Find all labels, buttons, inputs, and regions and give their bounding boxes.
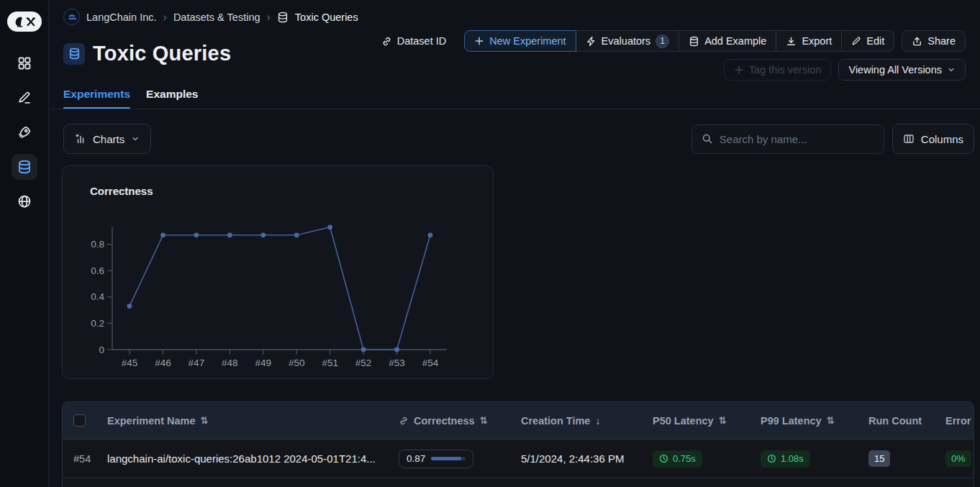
chevron-down-icon (131, 135, 140, 143)
page-title: Toxic Queries (93, 42, 231, 65)
toolbar-right: Columns (691, 124, 974, 154)
new-experiment-button[interactable]: New Experiment (464, 30, 576, 52)
breadcrumb-section[interactable]: Datasets & Testing (173, 12, 260, 23)
correctness-cell: 0.87 (389, 440, 512, 478)
lightning-icon (586, 36, 596, 47)
sort-icon[interactable]: ⇅ (827, 415, 835, 426)
sidebar-item-dashboard[interactable] (12, 50, 37, 76)
column-header-creation-time[interactable]: Creation Time ↓ (512, 402, 643, 439)
experiments-table: Experiment Name ⇅ Correctness ⇅ Creation… (62, 401, 974, 487)
search-icon (702, 133, 713, 145)
breadcrumb-current[interactable]: Toxic Queries (295, 12, 358, 23)
chevron-right-icon: › (163, 12, 167, 23)
correctness-badge: 0.87 (399, 450, 473, 468)
add-example-button[interactable]: Add Example (679, 30, 776, 52)
action-button-group: New Experiment Evaluators 1 Add Example (464, 30, 894, 52)
sort-icon[interactable]: ⇅ (201, 415, 209, 426)
edit-button[interactable]: Edit (842, 30, 894, 52)
chevron-down-icon (947, 65, 956, 74)
experiment-name[interactable]: langchain-ai/toxic-queries:26ab1012 2024… (107, 440, 389, 478)
search-input[interactable] (720, 133, 874, 145)
download-icon (786, 36, 797, 47)
page-title-block: Toxic Queries (63, 42, 231, 65)
sort-icon[interactable]: ⇅ (480, 415, 488, 426)
error-rate-cell: 0% (935, 440, 974, 478)
tab-examples[interactable]: Examples (146, 88, 198, 109)
p50-latency-cell: 0.75s (643, 440, 751, 478)
p99-latency-cell: 1.08s (751, 440, 859, 478)
organization-icon (63, 9, 80, 25)
database-icon (17, 160, 32, 174)
tab-experiments[interactable]: Experiments (63, 88, 130, 109)
svg-text:#53: #53 (389, 358, 405, 368)
link-icon (381, 36, 392, 47)
svg-text:#45: #45 (122, 358, 138, 368)
tab-bar: Experiments Examples (63, 88, 198, 109)
svg-text:#47: #47 (189, 358, 205, 368)
sort-desc-icon[interactable]: ↓ (595, 415, 600, 427)
next-table-row-partial (63, 478, 974, 487)
breadcrumb-org[interactable]: LangChain Inc. (86, 12, 157, 23)
evaluators-button[interactable]: Evaluators 1 (576, 30, 680, 52)
svg-text:#51: #51 (322, 358, 338, 368)
run-count-badge: 15 (868, 450, 890, 467)
database-icon (689, 36, 699, 47)
svg-text:#46: #46 (155, 358, 171, 368)
charts-dropdown-button[interactable]: Charts (63, 124, 151, 154)
creation-time-cell: 5/1/2024, 2:44:36 PM (512, 440, 643, 478)
svg-text:#54: #54 (422, 358, 439, 368)
svg-text:#52: #52 (355, 358, 372, 368)
plus-icon (474, 36, 484, 46)
column-header-p99-latency[interactable]: P99 Latency ⇅ (751, 402, 859, 439)
select-all-checkbox[interactable] (73, 414, 86, 427)
header-actions: Dataset ID New Experiment Evaluators 1 (372, 30, 966, 52)
svg-text:#48: #48 (222, 358, 238, 368)
tabs-divider (49, 109, 980, 109)
columns-button[interactable]: Columns (892, 124, 974, 154)
dataset-id-button[interactable]: Dataset ID (372, 30, 456, 52)
database-icon (277, 12, 289, 23)
grid-icon (17, 56, 32, 70)
sidebar-item-datasets[interactable] (12, 154, 37, 180)
export-button[interactable]: Export (776, 30, 842, 52)
svg-text:0.6: 0.6 (91, 265, 104, 276)
parrot-hammer-icon (10, 14, 39, 29)
svg-text:0.8: 0.8 (91, 239, 104, 250)
database-icon (63, 43, 85, 65)
sidebar-item-deployments[interactable] (12, 119, 37, 145)
sidebar-item-playground[interactable] (12, 188, 37, 214)
table-row[interactable]: #54 langchain-ai/toxic-queries:26ab1012 … (63, 440, 974, 478)
column-header-experiment-name[interactable]: Experiment Name ⇅ (107, 402, 389, 439)
svg-text:#49: #49 (255, 358, 272, 368)
sidebar-item-annotation[interactable] (12, 85, 37, 111)
evaluators-count-badge: 1 (655, 35, 669, 48)
run-count-cell: 15 (859, 440, 935, 478)
pen-icon (17, 91, 32, 105)
correctness-bar-fill (431, 457, 461, 460)
breadcrumb: LangChain Inc. › Datasets & Testing › To… (63, 9, 358, 25)
langsmith-logo[interactable] (7, 12, 42, 32)
pencil-icon (851, 36, 861, 46)
select-all-cell (63, 402, 107, 439)
search-box (691, 124, 884, 154)
svg-text:0.2: 0.2 (91, 318, 104, 329)
correctness-bar (431, 457, 466, 460)
experiment-number: #54 (63, 440, 107, 478)
column-header-error-rate: Error Rate (935, 402, 974, 439)
correctness-line-chart: 00.20.40.60.8#45#46#47#48#49#50#51#52#53… (63, 166, 493, 378)
column-header-p50-latency[interactable]: P50 Latency ⇅ (643, 402, 751, 439)
rocket-icon (17, 125, 32, 140)
clock-icon (659, 454, 668, 463)
column-header-correctness[interactable]: Correctness ⇅ (389, 402, 512, 439)
version-controls: Tag this version Viewing All Versions (724, 59, 966, 81)
error-rate-badge: 0% (945, 450, 971, 467)
tag-version-button[interactable]: Tag this version (724, 59, 832, 81)
svg-text:0.4: 0.4 (91, 291, 104, 302)
svg-text:0: 0 (99, 345, 104, 355)
share-icon (912, 36, 922, 47)
sort-icon[interactable]: ⇅ (719, 415, 727, 426)
version-selector[interactable]: Viewing All Versions (838, 59, 966, 81)
share-button[interactable]: Share (902, 30, 966, 52)
p99-latency-badge: 1.08s (761, 450, 810, 468)
chart-title: Correctness (90, 185, 153, 197)
